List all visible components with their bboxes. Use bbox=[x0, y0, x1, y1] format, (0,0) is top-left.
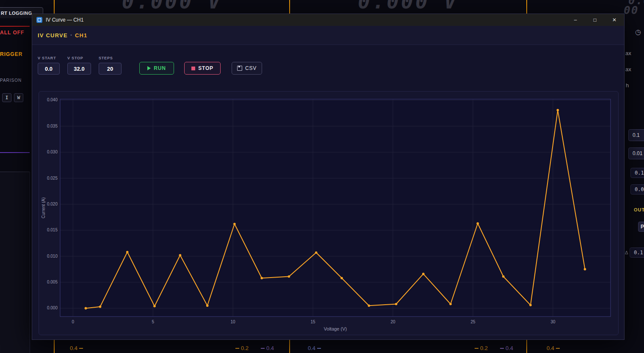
iv-curve-plot: 0510152025300.0000.0050.0100.0150.0200.0… bbox=[39, 92, 618, 335]
save-icon bbox=[237, 66, 242, 71]
sidebar-lower-panel bbox=[0, 172, 30, 353]
svg-text:10: 10 bbox=[231, 320, 236, 324]
current-unit-button[interactable]: I bbox=[2, 93, 11, 102]
close-button[interactable]: ✕ bbox=[605, 14, 624, 26]
watt-unit-button[interactable]: W bbox=[14, 93, 23, 102]
axis-tick-label: 0.4 bbox=[547, 345, 560, 351]
svg-text:0.010: 0.010 bbox=[47, 254, 58, 258]
page-title: IV CURVE bbox=[38, 32, 68, 39]
axis-tick-label: 0.4 bbox=[261, 345, 274, 351]
steps-label: STEPS bbox=[99, 56, 122, 60]
svg-text:0: 0 bbox=[72, 320, 74, 324]
iv-curve-chart: 0510152025300.0000.0050.0100.0150.0200.0… bbox=[39, 91, 619, 335]
axis-tick-label: 0.2 bbox=[235, 345, 249, 351]
title-separator: · bbox=[70, 31, 72, 39]
ch3-current-display: 00 A bbox=[624, 5, 644, 16]
comparison-tab[interactable]: PARISON bbox=[0, 78, 22, 83]
vmax-label-cut: ax bbox=[625, 50, 631, 56]
delta-step-value[interactable]: 0.1 bbox=[630, 247, 644, 258]
red-divider bbox=[0, 26, 30, 27]
screen: RT LOGGING ALL OFF RIGGER PARISON I W 0.… bbox=[0, 0, 644, 353]
stop-icon bbox=[191, 67, 195, 70]
channel-badge: CH1 bbox=[75, 32, 87, 39]
stop-button[interactable]: STOP bbox=[184, 62, 221, 75]
step-button-01[interactable]: 0.1 bbox=[628, 129, 644, 141]
maximize-button[interactable]: □ bbox=[585, 14, 605, 26]
steps-input[interactable] bbox=[99, 63, 122, 75]
window-title: IV Curve — CH1 bbox=[46, 17, 83, 23]
svg-text:15: 15 bbox=[311, 320, 316, 324]
delta-icon: Δ bbox=[625, 250, 628, 255]
app-icon bbox=[36, 17, 42, 23]
purple-divider bbox=[0, 152, 30, 153]
step-button-001[interactable]: 0.01 bbox=[628, 147, 644, 159]
tab-chart-logging-label: RT LOGGING bbox=[1, 11, 32, 16]
axis-tick-label: 0.4 bbox=[500, 345, 513, 351]
titlebar[interactable]: IV Curve — CH1 – □ ✕ bbox=[32, 14, 624, 26]
svg-text:30: 30 bbox=[550, 320, 556, 324]
all-off-button[interactable]: ALL OFF bbox=[0, 30, 24, 36]
imax-label-cut: ax bbox=[625, 66, 631, 72]
svg-text:0.035: 0.035 bbox=[47, 124, 58, 128]
step-value-001[interactable]: 0.01 bbox=[630, 184, 644, 195]
svg-text:20: 20 bbox=[390, 320, 395, 324]
svg-text:0.025: 0.025 bbox=[47, 176, 58, 181]
trigger-tab[interactable]: RIGGER bbox=[0, 51, 22, 57]
ch1-voltage-display: 0.000 V bbox=[55, 0, 289, 11]
svg-text:Voltage (V): Voltage (V) bbox=[324, 326, 347, 331]
svg-text:Current (A): Current (A) bbox=[41, 197, 46, 218]
svg-text:0.030: 0.030 bbox=[47, 150, 58, 154]
v-stop-label: V STOP bbox=[67, 56, 91, 60]
svg-text:5: 5 bbox=[152, 320, 154, 324]
iv-curve-window: IV Curve — CH1 – □ ✕ IV CURVE · CH1 V ST… bbox=[32, 14, 625, 340]
axis-tick-label: 0.4 bbox=[308, 345, 321, 351]
sweep-controls: V START V STOP STEPS RUN STOP CSV bbox=[32, 45, 624, 75]
timer-icon[interactable]: ◷ bbox=[635, 28, 641, 36]
axis-tick-label: 0.4 bbox=[70, 345, 83, 351]
step-value-01[interactable]: 0.1 bbox=[630, 168, 644, 178]
csv-export-button[interactable]: CSV bbox=[232, 62, 262, 75]
minimize-button[interactable]: – bbox=[566, 14, 585, 26]
svg-text:25: 25 bbox=[470, 320, 475, 324]
refresh-label-cut: h bbox=[626, 82, 629, 89]
run-button[interactable]: RUN bbox=[139, 62, 174, 75]
v-start-label: V START bbox=[38, 56, 60, 60]
svg-text:0.000: 0.000 bbox=[47, 306, 58, 310]
svg-text:0.005: 0.005 bbox=[47, 280, 58, 284]
play-icon bbox=[147, 66, 151, 70]
output-label-cut: OUT bbox=[634, 207, 644, 212]
v-stop-input[interactable] bbox=[67, 63, 91, 75]
protection-button-cut[interactable]: P bbox=[638, 222, 644, 232]
svg-text:0.040: 0.040 bbox=[47, 97, 58, 102]
v-start-input[interactable] bbox=[38, 63, 60, 75]
svg-text:0.020: 0.020 bbox=[47, 202, 58, 206]
axis-tick-label: 0.2 bbox=[475, 345, 488, 351]
ch2-voltage-display: 0.000 V bbox=[290, 0, 526, 11]
svg-text:0.015: 0.015 bbox=[47, 228, 58, 232]
dialog-header: IV CURVE · CH1 bbox=[32, 26, 624, 45]
